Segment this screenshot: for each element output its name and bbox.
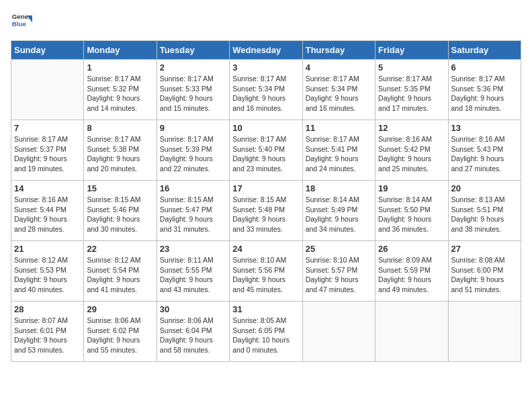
calendar-week-3: 14Sunrise: 8:16 AM Sunset: 5:44 PM Dayli… xyxy=(11,181,521,241)
calendar-cell xyxy=(375,302,448,362)
calendar-cell: 28Sunrise: 8:07 AM Sunset: 6:01 PM Dayli… xyxy=(11,302,84,362)
svg-text:Blue: Blue xyxy=(12,20,27,28)
calendar-cell: 21Sunrise: 8:12 AM Sunset: 5:53 PM Dayli… xyxy=(11,241,84,302)
day-number: 22 xyxy=(87,244,153,254)
day-header-friday: Friday xyxy=(375,41,448,60)
day-number: 19 xyxy=(378,183,445,193)
day-number: 11 xyxy=(306,123,372,133)
day-number: 31 xyxy=(232,304,299,314)
day-number: 7 xyxy=(14,123,81,133)
day-info: Sunrise: 8:17 AM Sunset: 5:39 PM Dayligh… xyxy=(160,134,226,174)
day-number: 20 xyxy=(451,183,518,193)
day-info: Sunrise: 8:17 AM Sunset: 5:32 PM Dayligh… xyxy=(87,74,153,113)
calendar-cell: 1Sunrise: 8:17 AM Sunset: 5:32 PM Daylig… xyxy=(84,60,157,120)
calendar-cell: 25Sunrise: 8:10 AM Sunset: 5:57 PM Dayli… xyxy=(302,241,375,302)
day-info: Sunrise: 8:12 AM Sunset: 5:54 PM Dayligh… xyxy=(87,255,153,295)
day-info: Sunrise: 8:16 AM Sunset: 5:44 PM Dayligh… xyxy=(14,195,81,234)
logo-icon: General Blue xyxy=(11,11,32,32)
day-number: 4 xyxy=(306,62,372,73)
calendar-cell: 10Sunrise: 8:17 AM Sunset: 5:40 PM Dayli… xyxy=(230,120,302,181)
day-number: 15 xyxy=(87,183,153,193)
day-info: Sunrise: 8:17 AM Sunset: 5:36 PM Dayligh… xyxy=(451,74,518,113)
day-info: Sunrise: 8:12 AM Sunset: 5:53 PM Dayligh… xyxy=(14,255,81,295)
day-header-saturday: Saturday xyxy=(448,41,521,60)
day-number: 16 xyxy=(160,183,226,193)
calendar-cell: 4Sunrise: 8:17 AM Sunset: 5:34 PM Daylig… xyxy=(302,60,375,120)
calendar-cell: 5Sunrise: 8:17 AM Sunset: 5:35 PM Daylig… xyxy=(375,60,448,120)
calendar-cell: 26Sunrise: 8:09 AM Sunset: 5:59 PM Dayli… xyxy=(375,241,448,302)
day-number: 5 xyxy=(378,62,445,73)
day-number: 13 xyxy=(451,123,518,133)
calendar-cell: 19Sunrise: 8:14 AM Sunset: 5:50 PM Dayli… xyxy=(375,181,448,241)
logo: General Blue xyxy=(11,11,35,32)
day-info: Sunrise: 8:11 AM Sunset: 5:55 PM Dayligh… xyxy=(160,255,226,295)
day-header-sunday: Sunday xyxy=(11,41,84,60)
calendar-cell: 2Sunrise: 8:17 AM Sunset: 5:33 PM Daylig… xyxy=(157,60,229,120)
day-info: Sunrise: 8:08 AM Sunset: 6:00 PM Dayligh… xyxy=(451,255,518,295)
day-info: Sunrise: 8:15 AM Sunset: 5:48 PM Dayligh… xyxy=(232,195,299,234)
day-number: 1 xyxy=(87,62,153,73)
calendar-cell: 13Sunrise: 8:16 AM Sunset: 5:43 PM Dayli… xyxy=(448,120,521,181)
day-number: 10 xyxy=(232,123,299,133)
day-info: Sunrise: 8:06 AM Sunset: 6:02 PM Dayligh… xyxy=(87,316,153,355)
day-header-tuesday: Tuesday xyxy=(157,41,229,60)
day-info: Sunrise: 8:17 AM Sunset: 5:40 PM Dayligh… xyxy=(232,134,299,174)
day-info: Sunrise: 8:06 AM Sunset: 6:04 PM Dayligh… xyxy=(160,316,226,355)
calendar-cell: 12Sunrise: 8:16 AM Sunset: 5:42 PM Dayli… xyxy=(375,120,448,181)
calendar-week-2: 7Sunrise: 8:17 AM Sunset: 5:37 PM Daylig… xyxy=(11,120,521,181)
day-number: 17 xyxy=(232,183,299,193)
day-info: Sunrise: 8:16 AM Sunset: 5:43 PM Dayligh… xyxy=(451,134,518,174)
calendar-cell: 27Sunrise: 8:08 AM Sunset: 6:00 PM Dayli… xyxy=(448,241,521,302)
calendar-cell: 14Sunrise: 8:16 AM Sunset: 5:44 PM Dayli… xyxy=(11,181,84,241)
day-number: 18 xyxy=(306,183,372,193)
calendar-cell: 3Sunrise: 8:17 AM Sunset: 5:34 PM Daylig… xyxy=(230,60,302,120)
day-info: Sunrise: 8:05 AM Sunset: 6:05 PM Dayligh… xyxy=(232,316,299,355)
day-number: 14 xyxy=(14,183,81,193)
calendar-cell: 29Sunrise: 8:06 AM Sunset: 6:02 PM Dayli… xyxy=(84,302,157,362)
day-number: 2 xyxy=(160,62,226,73)
day-info: Sunrise: 8:16 AM Sunset: 5:42 PM Dayligh… xyxy=(378,134,445,174)
day-number: 25 xyxy=(306,244,372,254)
day-number: 27 xyxy=(451,244,518,254)
day-number: 9 xyxy=(160,123,226,133)
calendar-cell: 22Sunrise: 8:12 AM Sunset: 5:54 PM Dayli… xyxy=(84,241,157,302)
day-info: Sunrise: 8:10 AM Sunset: 5:57 PM Dayligh… xyxy=(306,255,372,295)
day-info: Sunrise: 8:17 AM Sunset: 5:35 PM Dayligh… xyxy=(378,74,445,113)
calendar-cell xyxy=(11,60,84,120)
day-number: 8 xyxy=(87,123,153,133)
calendar-cell: 20Sunrise: 8:13 AM Sunset: 5:51 PM Dayli… xyxy=(448,181,521,241)
calendar-cell: 18Sunrise: 8:14 AM Sunset: 5:49 PM Dayli… xyxy=(302,181,375,241)
calendar-cell: 16Sunrise: 8:15 AM Sunset: 5:47 PM Dayli… xyxy=(157,181,229,241)
calendar-cell xyxy=(302,302,375,362)
header: General Blue xyxy=(11,11,521,32)
calendar-cell: 30Sunrise: 8:06 AM Sunset: 6:04 PM Dayli… xyxy=(157,302,229,362)
calendar-week-5: 28Sunrise: 8:07 AM Sunset: 6:01 PM Dayli… xyxy=(11,302,521,362)
day-number: 24 xyxy=(232,244,299,254)
calendar-cell: 8Sunrise: 8:17 AM Sunset: 5:38 PM Daylig… xyxy=(84,120,157,181)
calendar-cell: 24Sunrise: 8:10 AM Sunset: 5:56 PM Dayli… xyxy=(230,241,302,302)
calendar-cell: 6Sunrise: 8:17 AM Sunset: 5:36 PM Daylig… xyxy=(448,60,521,120)
day-header-monday: Monday xyxy=(84,41,157,60)
day-header-wednesday: Wednesday xyxy=(230,41,302,60)
day-number: 21 xyxy=(14,244,81,254)
day-number: 26 xyxy=(378,244,445,254)
day-info: Sunrise: 8:17 AM Sunset: 5:34 PM Dayligh… xyxy=(232,74,299,113)
day-info: Sunrise: 8:13 AM Sunset: 5:51 PM Dayligh… xyxy=(451,195,518,234)
day-number: 29 xyxy=(87,304,153,314)
calendar-cell: 15Sunrise: 8:15 AM Sunset: 5:46 PM Dayli… xyxy=(84,181,157,241)
day-number: 28 xyxy=(14,304,81,314)
day-info: Sunrise: 8:17 AM Sunset: 5:38 PM Dayligh… xyxy=(87,134,153,174)
day-info: Sunrise: 8:17 AM Sunset: 5:41 PM Dayligh… xyxy=(306,134,372,174)
day-number: 23 xyxy=(160,244,226,254)
calendar-cell: 7Sunrise: 8:17 AM Sunset: 5:37 PM Daylig… xyxy=(11,120,84,181)
day-header-thursday: Thursday xyxy=(302,41,375,60)
day-number: 30 xyxy=(160,304,226,314)
day-info: Sunrise: 8:17 AM Sunset: 5:37 PM Dayligh… xyxy=(14,134,81,174)
day-info: Sunrise: 8:17 AM Sunset: 5:33 PM Dayligh… xyxy=(160,74,226,113)
day-info: Sunrise: 8:14 AM Sunset: 5:49 PM Dayligh… xyxy=(306,195,372,234)
calendar-cell: 17Sunrise: 8:15 AM Sunset: 5:48 PM Dayli… xyxy=(230,181,302,241)
day-number: 3 xyxy=(232,62,299,73)
calendar-week-4: 21Sunrise: 8:12 AM Sunset: 5:53 PM Dayli… xyxy=(11,241,521,302)
day-info: Sunrise: 8:07 AM Sunset: 6:01 PM Dayligh… xyxy=(14,316,81,355)
day-info: Sunrise: 8:10 AM Sunset: 5:56 PM Dayligh… xyxy=(232,255,299,295)
